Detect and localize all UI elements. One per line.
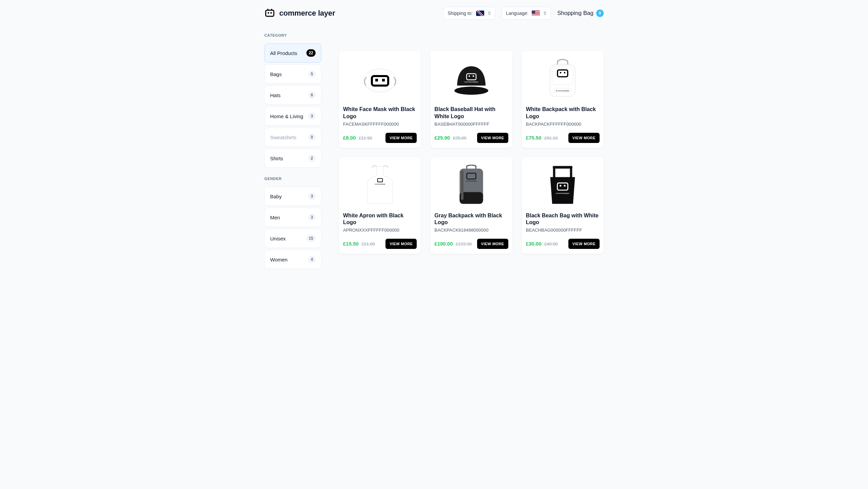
product-title: Gray Backpack with Black Logo [434,212,508,227]
category-filter-item[interactable]: Sweatshirts0 [264,128,321,147]
view-more-button[interactable]: VIEW MORE [385,239,417,249]
filter-count-badge: 2 [308,155,316,162]
product-card: ⊞ commercelayer White Backpack with Blac… [522,51,604,148]
language-selector[interactable]: Language: [502,7,551,20]
svg-text:commercelayer: commercelayer [375,183,385,185]
filter-label: Unisex [270,236,286,241]
product-title: Black Beach Bag with White Logo [526,212,600,227]
svg-rect-17 [560,72,561,73]
product-title: Black Baseball Hat with White Logo [434,106,508,120]
svg-rect-15 [552,66,573,85]
price-original: £21.00 [361,241,375,247]
svg-text:⊞ commercelayer: ⊞ commercelayer [556,90,570,92]
filter-label: Men [270,215,280,220]
svg-rect-28 [553,166,573,168]
shipping-selector[interactable]: Shipping to: [443,7,495,20]
cart-count-badge: 0 [596,10,604,17]
flag-uk-icon [476,11,484,16]
product-image: commercelayer [526,161,600,209]
product-image: commercelayer [343,161,417,209]
svg-text:commercelayer: commercelayer [466,180,477,182]
category-filter-item[interactable]: Hats6 [264,86,321,105]
view-more-button[interactable]: VIEW MORE [385,133,417,143]
chevron-updown-icon [488,11,491,16]
brand-name: commerce layer [279,9,335,18]
filter-label: Women [270,257,287,262]
product-sku: BACKPACKFFFFFF000000 [526,122,600,127]
filter-count-badge: 3 [308,112,316,120]
product-price: £30.00 £40.00 [526,241,558,247]
svg-rect-31 [564,185,566,186]
svg-rect-18 [564,72,565,73]
product-sku: APRONXXXFFFFFF000000 [343,228,417,233]
view-more-button[interactable]: VIEW MORE [568,239,600,249]
category-filter-item[interactable]: Shirts2 [264,149,321,168]
filter-count-badge: 4 [308,256,316,263]
category-filter-item[interactable]: All Products22 [264,43,321,62]
filter-label: All Products [270,50,297,56]
gender-heading: GENDER [264,177,321,181]
shopping-bag-link[interactable]: Shopping Bag 0 [557,10,604,17]
price-sale: £75.50 [526,135,542,141]
shipping-label: Shipping to: [448,11,473,16]
product-card: commercelayer Black Baseball Hat with Wh… [430,51,512,148]
svg-rect-4 [271,9,272,11]
svg-rect-8 [382,79,385,82]
product-price: £8.00 £11.90 [343,135,372,141]
view-more-button[interactable]: VIEW MORE [477,239,508,249]
gender-filter-item[interactable]: Men3 [264,208,321,227]
product-price: £75.50 £91.10 [526,135,558,141]
gender-filter-item[interactable]: Unisex15 [264,229,321,248]
svg-text:commercelayer: commercelayer [464,81,478,83]
svg-rect-11 [469,75,470,77]
filter-label: Home & Living [270,113,303,119]
svg-rect-25 [461,170,464,200]
view-more-button[interactable]: VIEW MORE [477,133,508,143]
product-image [343,55,417,103]
product-sku: BEACHBAG000000FFFFFF [526,228,600,233]
product-sku: BASEBHAT000000FFFFFF [434,122,508,127]
svg-rect-12 [473,75,474,77]
product-card: commercelayer White Apron with Black Log… [339,157,421,254]
brand[interactable]: commerce layer [264,8,335,19]
filter-count-badge: 22 [306,49,316,57]
view-more-button[interactable]: VIEW MORE [568,133,600,143]
flag-us-icon [532,11,540,16]
price-sale: £100.00 [434,241,453,247]
svg-point-5 [364,69,396,92]
chevron-updown-icon [543,11,547,16]
product-image: commercelayer [434,55,508,103]
category-heading: CATEGORY [264,33,321,37]
price-original: £35.00 [453,135,467,141]
filter-label: Baby [270,194,282,199]
product-card: commercelayer Gray Backpack with Black L… [430,157,512,254]
filter-count-badge: 3 [308,193,316,200]
category-filter-item[interactable]: Bags5 [264,65,321,84]
product-card: White Face Mask with Black LogoFACEMASKF… [339,51,421,148]
svg-rect-0 [266,10,274,16]
brand-logo-icon [264,8,275,19]
price-sale: £30.00 [526,241,542,247]
svg-rect-30 [560,185,562,186]
price-original: £40.00 [544,241,558,247]
price-sale: £25.90 [434,135,450,141]
product-title: White Apron with Black Logo [343,212,417,227]
svg-rect-2 [270,12,272,14]
product-image: commercelayer [434,161,508,209]
gender-filter-item[interactable]: Women4 [264,250,321,269]
product-sku: BACKPACK818488000000 [434,228,508,233]
category-filter-item[interactable]: Home & Living3 [264,107,321,126]
filter-label: Sweatshirts [270,134,297,140]
svg-text:commercelayer: commercelayer [556,192,569,194]
svg-rect-1 [268,12,269,14]
product-price: £25.90 £35.00 [434,135,466,141]
price-sale: £15.50 [343,241,359,247]
cart-label: Shopping Bag [557,10,593,17]
filter-label: Bags [270,71,282,77]
language-label: Language: [506,11,528,16]
product-card: commercelayer Black Beach Bag with White… [522,157,604,254]
filter-label: Shirts [270,156,283,161]
product-title: White Face Mask with Black Logo [343,106,417,120]
svg-rect-7 [375,79,378,82]
gender-filter-item[interactable]: Baby3 [264,187,321,206]
